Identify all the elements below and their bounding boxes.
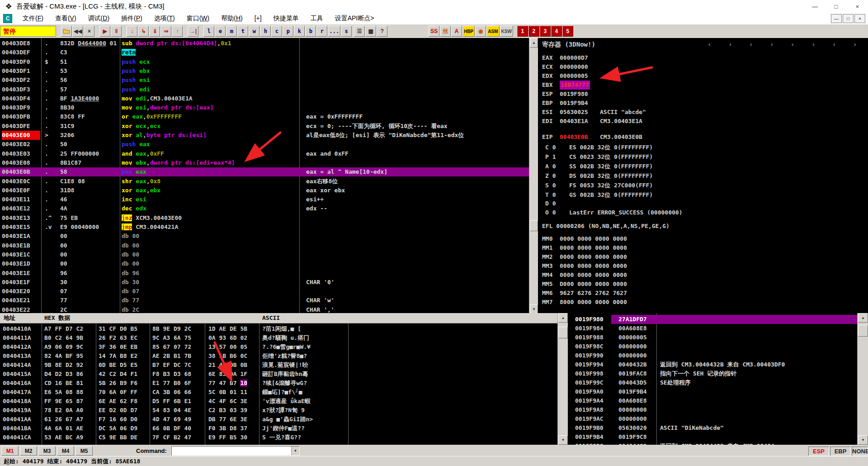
hex-row[interactable]: 004041AA61 26 67 A7F7 16 60 D04D 47 69 4…: [0, 415, 557, 424]
menu-item-1[interactable]: 查看(V): [49, 14, 82, 23]
disassembly-pane[interactable]: 00403DE8.832D D4644000 01sub dword ptr d…: [0, 38, 529, 314]
disasm-row[interactable]: 00403E11.46inc esiesi++: [0, 195, 529, 204]
tab-m1[interactable]: M1: [1, 446, 19, 456]
view-button-k[interactable]: k: [294, 26, 305, 37]
mm-register-row[interactable]: MM30000 0000 0000 0000: [538, 262, 868, 271]
register-row[interactable]: ESI05630025ASCII "abcde": [538, 108, 868, 117]
registers-pane[interactable]: 寄存器 (3DNow!) ‹›‹›‹›‹›EAX000000D7ECX00000…: [538, 38, 868, 314]
restart-icon[interactable]: ◀◀: [72, 26, 83, 37]
command-combobox[interactable]: ▼: [171, 446, 300, 456]
view-button-p[interactable]: p: [283, 26, 293, 37]
disassembly-scrollbar[interactable]: ▲ ▼: [529, 38, 539, 314]
stack-row[interactable]: 0019F99000000000: [568, 351, 857, 360]
chevron-icon[interactable]: ‹: [708, 40, 711, 49]
hex-row[interactable]: 004041CA53 AE BC A9C5 9E BB DE7F CF B2 4…: [0, 433, 557, 442]
close-window-button[interactable]: ×: [847, 0, 868, 13]
stack-row[interactable]: 0019F9A00019F9B4: [568, 387, 857, 396]
disasm-row[interactable]: 00403E1C00db 00: [0, 250, 529, 259]
menu-item-3[interactable]: 插件(P): [115, 14, 148, 23]
open-file-icon[interactable]: [61, 26, 72, 37]
stack-row[interactable]: 0019F99C004043D5SE处理程序: [568, 378, 857, 387]
menu-item-2[interactable]: 调试(D): [82, 14, 115, 23]
menu-item-8[interactable]: 快捷菜单: [268, 14, 305, 23]
view-button-t[interactable]: t: [237, 26, 248, 37]
disasm-row[interactable]: 00403DF1.53push ebx: [0, 67, 529, 76]
stack-pane[interactable]: 0019F98027A1DFD70019F98400A608E80019F988…: [568, 313, 857, 445]
windows-icon[interactable]: ▦: [365, 26, 376, 37]
menu-item-10[interactable]: 设置API断点>: [329, 14, 380, 23]
animate-into-icon[interactable]: ⇓: [149, 26, 160, 37]
hex-row[interactable]: 0040415AD4 D2 D3 8642 C2 D4 F1F8 B3 D3 6…: [0, 370, 557, 379]
chevron-icon[interactable]: ›: [728, 40, 732, 49]
disasm-row[interactable]: 00403E2007db 07: [0, 287, 529, 296]
scroll-down-icon[interactable]: ▼: [858, 435, 868, 445]
hex-row[interactable]: 0040419A78 E2 0A A0EE D2 0D D754 83 04 4…: [0, 406, 557, 415]
step-over-icon[interactable]: ↳: [138, 26, 149, 37]
layout-button-1[interactable]: 1: [517, 26, 528, 37]
close-icon[interactable]: ×: [84, 26, 94, 37]
disasm-row[interactable]: 00403E0F.31D8xor eax,ebxeax xor ebx: [0, 186, 529, 195]
scrollbar-thumb[interactable]: [558, 327, 568, 338]
run-icon[interactable]: ▶: [99, 26, 110, 37]
flag-row[interactable]: Z 0DS 002B 32位 0(FFFFFFFF): [538, 171, 868, 181]
menu-item-0[interactable]: 文件(F): [17, 14, 49, 23]
menu-item-5[interactable]: 窗口(W): [181, 14, 216, 23]
stack-row[interactable]: 0019F9B800404482返回到 CM3.00404482 来自 CM3.…: [568, 442, 857, 445]
stack-row[interactable]: 0019F98C00000000: [568, 342, 857, 351]
execute-till-return-icon[interactable]: ↑: [172, 26, 183, 37]
plugin-button-丝[interactable]: 丝: [440, 26, 451, 37]
command-input[interactable]: [172, 447, 291, 455]
view-button-w[interactable]: w: [249, 26, 259, 37]
chevron-down-icon[interactable]: ▼: [291, 447, 299, 455]
register-row-eip[interactable]: EIP00403E0BCM3.00403E0B: [538, 133, 868, 142]
stack-row[interactable]: 0019F98027A1DFD7: [568, 315, 857, 324]
scroll-up-icon[interactable]: ▲: [530, 38, 538, 48]
disasm-row[interactable]: 00403DFB.83C8 FFor eax,0xFFFFFFFFeax = 0…: [0, 112, 529, 121]
disasm-row[interactable]: 00403E0B.58pop eaxeax = al ^ Name[10-edx…: [0, 167, 529, 176]
view-button-runtrace[interactable]: ...: [328, 26, 340, 37]
layout-button-3[interactable]: 3: [540, 26, 551, 37]
maximize-button[interactable]: □: [826, 0, 847, 13]
disasm-row[interactable]: 00403DF9.8B30mov esi,dword ptr ds:[eax]: [0, 103, 529, 112]
mm-register-row[interactable]: MM20000 0000 0000 0000: [538, 252, 868, 262]
view-button-s[interactable]: s: [341, 26, 352, 37]
register-row[interactable]: EDI00403E1ACM3.00403E1A: [538, 117, 868, 126]
disasm-row[interactable]: 00403DF2.56push esi: [0, 76, 529, 85]
chevron-icon[interactable]: ›: [811, 40, 815, 49]
mm-register-row[interactable]: MM5D000 0000 0000 0000: [538, 280, 868, 289]
mm-register-row[interactable]: MM78000 0000 0000 0000: [538, 298, 868, 307]
mm-register-row[interactable]: MM10000 0000 0000 0000: [538, 243, 868, 252]
menu-item-9[interactable]: 工具: [305, 14, 329, 23]
disasm-row[interactable]: 00403E1B00db 00: [0, 241, 529, 250]
scrollbar-thumb[interactable]: [858, 325, 868, 337]
scroll-up-icon[interactable]: ▲: [858, 313, 868, 323]
step-into-icon[interactable]: ↓: [127, 26, 137, 37]
eflags-row[interactable]: EFL 00000206 (NO,NB,NE,A,NS,PE,GE,G): [538, 222, 868, 231]
chevron-icon[interactable]: ›: [853, 40, 857, 49]
stack-row[interactable]: 0019F98400A608E8: [568, 324, 857, 333]
scroll-down-icon[interactable]: ▼: [558, 435, 568, 445]
hex-row[interactable]: 0040412AA9 06 09 9C3F 36 0E EB85 67 07 7…: [0, 342, 557, 352]
tab-m3[interactable]: M3: [38, 446, 56, 456]
view-button-r[interactable]: r: [316, 26, 327, 37]
hex-row[interactable]: 0040414A9B 8E D2 920D BE D5 E5B7 EF DC 7…: [0, 361, 557, 370]
log-window-icon[interactable]: ☰: [354, 26, 365, 37]
flag-row[interactable]: S 0FS 0053 32位 27C000(FFF): [538, 181, 868, 190]
view-button-m[interactable]: m: [226, 26, 237, 37]
disasm-row[interactable]: 00403E1F30db 30CHAR '0': [0, 278, 529, 287]
scroll-down-icon[interactable]: ▼: [530, 304, 538, 314]
stack-row[interactable]: 0019F9A400A608E8: [568, 396, 857, 405]
flag-row[interactable]: O 0LastErr ERROR_SUCCESS (00000000): [538, 208, 868, 217]
cpu-window-icon[interactable]: C: [3, 14, 12, 23]
disasm-row[interactable]: 00403E02.50push eax: [0, 140, 529, 149]
plugin-button-◉[interactable]: ◉: [475, 26, 486, 37]
mm-register-row[interactable]: MM00000 0000 0000 0000: [538, 234, 868, 243]
layout-button-5[interactable]: 5: [562, 26, 573, 37]
tab-m5[interactable]: M5: [75, 446, 93, 456]
flag-row[interactable]: T 0GS 002B 32位 0(FFFFFFFF): [538, 190, 868, 200]
plugin-button-a[interactable]: A: [451, 26, 462, 37]
plugin-button-asm[interactable]: ASM: [486, 26, 499, 37]
view-button-h[interactable]: h: [260, 26, 271, 37]
hex-row[interactable]: 0040418AFF 9E 65 876E AE 62 F8D5 FF 6B E…: [0, 397, 557, 406]
hex-row[interactable]: 0040417AE6 5A 08 8870 6A 0F FFCA 3B 06 6…: [0, 388, 557, 397]
